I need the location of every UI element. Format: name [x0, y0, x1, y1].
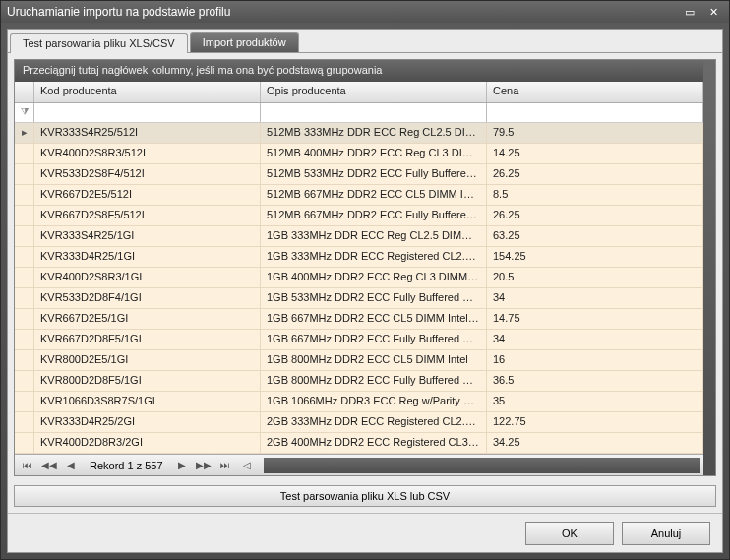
- cell-price: 34: [487, 330, 703, 349]
- cell-price: 34.25: [487, 433, 703, 453]
- table-row[interactable]: KVR333D4R25/2GI2GB 333MHz DDR ECC Regist…: [15, 412, 703, 433]
- vertical-scrollbar[interactable]: [703, 60, 715, 475]
- table-row[interactable]: KVR800D2D8F5/1GI1GB 800MHz DDR2 ECC Full…: [15, 371, 703, 392]
- cell-price: 34: [487, 288, 703, 308]
- cell-desc: 1GB 400MHz DDR2 ECC Reg CL3 DIMM Sing...: [261, 268, 487, 287]
- minimize-icon[interactable]: ▭: [680, 4, 700, 20]
- table-row[interactable]: KVR400D2D8R3/2GI2GB 400MHz DDR2 ECC Regi…: [15, 433, 703, 454]
- table-row[interactable]: KVR667D2D8F5/1GI1GB 667MHz DDR2 ECC Full…: [15, 330, 703, 350]
- row-indicator-icon: [15, 164, 34, 184]
- table-row[interactable]: KVR800D2E5/1GI1GB 800MHz DDR2 ECC CL5 DI…: [15, 350, 703, 371]
- cell-code: KVR400D2S8R3/512I: [34, 144, 261, 163]
- row-indicator-icon: [15, 350, 34, 370]
- table-row[interactable]: KVR533D2D8F4/1GI1GB 533MHz DDR2 ECC Full…: [15, 288, 703, 309]
- row-indicator-icon: [15, 330, 34, 349]
- tab-test-parsing[interactable]: Test parsowania pliku XLS/CSV: [10, 33, 188, 53]
- filter-funnel-icon[interactable]: ⧩: [15, 103, 34, 122]
- table-row[interactable]: KVR333S4R25/1GI1GB 333MHz DDR ECC Reg CL…: [15, 226, 703, 247]
- nav-next-icon[interactable]: ▶: [173, 458, 191, 473]
- cell-desc: 1GB 667MHz DDR2 ECC CL5 DIMM Intel Vali.…: [261, 309, 487, 329]
- titlebar-buttons: ▭ ✕: [680, 4, 723, 20]
- table-row[interactable]: KVR533D2S8F4/512I512MB 533MHz DDR2 ECC F…: [15, 164, 703, 185]
- record-counter: Rekord 1 z 557: [84, 460, 169, 471]
- cell-code: KVR333D4R25/2GI: [34, 412, 261, 432]
- row-indicator-icon: [15, 185, 34, 205]
- nav-prev-page-icon[interactable]: ◀◀: [40, 458, 58, 473]
- header-selector[interactable]: [15, 82, 34, 102]
- table-row[interactable]: KVR667D2S8F5/512I512MB 667MHz DDR2 ECC F…: [15, 206, 703, 226]
- cell-code: KVR400D2S8R3/1GI: [34, 268, 261, 287]
- filter-row: ⧩: [15, 103, 703, 123]
- nav-last-icon[interactable]: ⏭: [216, 458, 234, 473]
- table-row[interactable]: ▸KVR333S4R25/512I512MB 333MHz DDR ECC Re…: [15, 123, 703, 144]
- row-indicator-icon: [15, 392, 34, 411]
- header-price[interactable]: Cena: [487, 82, 703, 102]
- table-row[interactable]: KVR400D2S8R3/1GI1GB 400MHz DDR2 ECC Reg …: [15, 268, 703, 288]
- cell-desc: 512MB 667MHz DDR2 ECC Fully Buffered C..…: [261, 206, 487, 225]
- cell-code: KVR800D2E5/1GI: [34, 350, 261, 370]
- close-icon[interactable]: ✕: [703, 4, 723, 20]
- cell-code: KVR667D2S8F5/512I: [34, 206, 261, 225]
- header-desc[interactable]: Opis producenta: [261, 82, 487, 102]
- row-indicator-icon: [15, 371, 34, 391]
- nav-prev-icon[interactable]: ◀: [62, 458, 80, 473]
- row-indicator-icon: [15, 226, 34, 246]
- nav-first-icon[interactable]: ⏮: [19, 458, 36, 473]
- cell-desc: 512MB 333MHz DDR ECC Reg CL2.5 DIMM ...: [261, 123, 487, 143]
- cell-price: 20.5: [487, 268, 703, 287]
- cell-price: 154.25: [487, 247, 703, 267]
- cell-code: KVR333D4R25/1GI: [34, 247, 261, 267]
- cell-code: KVR533D2S8F4/512I: [34, 164, 261, 184]
- cell-code: KVR1066D3S8R7S/1GI: [34, 392, 261, 411]
- row-indicator-icon: [15, 412, 34, 432]
- row-indicator-icon: [15, 206, 34, 225]
- ok-button[interactable]: OK: [525, 522, 614, 545]
- cell-price: 35: [487, 392, 703, 411]
- cell-desc: 1GB 533MHz DDR2 ECC Fully Buffered CL4 .…: [261, 288, 487, 308]
- tab-import-products[interactable]: Import produktów: [190, 32, 299, 52]
- cell-desc: 512MB 400MHz DDR2 ECC Reg CL3 DIMM S...: [261, 144, 487, 163]
- row-indicator-icon: [15, 309, 34, 329]
- cell-code: KVR400D2D8R3/2GI: [34, 433, 261, 453]
- dialog-footer: OK Anuluj: [8, 513, 722, 552]
- header-code[interactable]: Kod producenta: [34, 82, 261, 102]
- cancel-button[interactable]: Anuluj: [622, 522, 710, 545]
- cell-code: KVR533D2D8F4/1GI: [34, 288, 261, 308]
- cell-desc: 1GB 800MHz DDR2 ECC CL5 DIMM Intel: [261, 350, 487, 370]
- cell-price: 14.75: [487, 309, 703, 329]
- cell-code: KVR667D2E5/512I: [34, 185, 261, 205]
- data-grid: Przeciągnij tutaj nagłówek kolumny, jeśl…: [14, 59, 716, 476]
- cell-desc: 1GB 667MHz DDR2 ECC Fully Buffered CL5 .…: [261, 330, 487, 349]
- row-indicator-icon: [15, 268, 34, 287]
- filter-code[interactable]: [34, 103, 261, 122]
- nav-next-page-icon[interactable]: ▶▶: [195, 458, 213, 473]
- test-parse-button[interactable]: Test parsowania pliku XLS lub CSV: [14, 485, 716, 507]
- row-indicator-icon: [15, 433, 34, 453]
- row-indicator-icon: [15, 247, 34, 267]
- content-frame: Test parsowania pliku XLS/CSV Import pro…: [7, 29, 723, 553]
- filter-price[interactable]: [487, 103, 703, 122]
- cell-price: 8.5: [487, 185, 703, 205]
- nav-spacer: [264, 458, 700, 473]
- table-row[interactable]: KVR667D2E5/512I512MB 667MHz DDR2 ECC CL5…: [15, 185, 703, 206]
- cell-code: KVR800D2D8F5/1GI: [34, 371, 261, 391]
- filter-desc[interactable]: [261, 103, 487, 122]
- cell-price: 122.75: [487, 412, 703, 432]
- group-by-bar[interactable]: Przeciągnij tutaj nagłówek kolumny, jeśl…: [15, 60, 703, 82]
- window-title: Uruchamianie importu na podstawie profil…: [7, 5, 680, 19]
- cell-desc: 2GB 333MHz DDR ECC Registered CL2.5 D...: [261, 412, 487, 432]
- table-row[interactable]: KVR1066D3S8R7S/1GI1GB 1066MHz DDR3 ECC R…: [15, 392, 703, 412]
- table-row[interactable]: KVR667D2E5/1GI1GB 667MHz DDR2 ECC CL5 DI…: [15, 309, 703, 330]
- column-headers: Kod producenta Opis producenta Cena: [15, 82, 703, 103]
- cell-desc: 2GB 400MHz DDR2 ECC Registered CL3 DI...: [261, 433, 487, 453]
- row-indicator-icon: [15, 288, 34, 308]
- cell-code: KVR333S4R25/512I: [34, 123, 261, 143]
- cell-desc: 1GB 333MHz DDR ECC Registered CL2.5 D...: [261, 247, 487, 267]
- cell-desc: 512MB 533MHz DDR2 ECC Fully Buffered C..…: [261, 164, 487, 184]
- table-row[interactable]: KVR400D2S8R3/512I512MB 400MHz DDR2 ECC R…: [15, 144, 703, 164]
- cell-price: 26.25: [487, 206, 703, 225]
- record-navigator: ⏮ ◀◀ ◀ Rekord 1 z 557 ▶ ▶▶ ⏭ ◁: [15, 454, 703, 475]
- grid-rows: ▸KVR333S4R25/512I512MB 333MHz DDR ECC Re…: [15, 123, 703, 454]
- table-row[interactable]: KVR333D4R25/1GI1GB 333MHz DDR ECC Regist…: [15, 247, 703, 268]
- nav-scroll-left-icon[interactable]: ◁: [238, 458, 256, 473]
